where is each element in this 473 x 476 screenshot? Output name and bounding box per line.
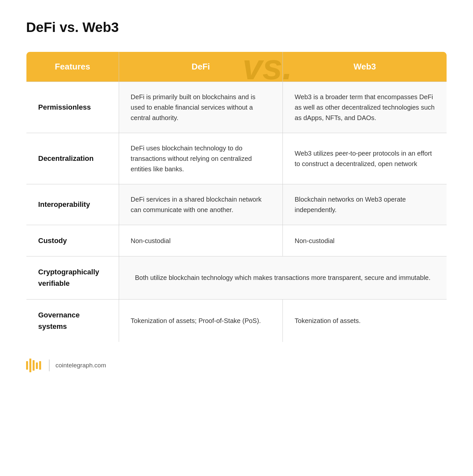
table-body: PermissionlessDeFi is primarily built on… bbox=[26, 82, 447, 342]
table-row: InteroperabilityDeFi services in a share… bbox=[26, 184, 447, 225]
footer: cointelegraph.com bbox=[26, 359, 447, 372]
cell-web3-interoperability: Blockchain networks on Web3 operate inde… bbox=[283, 184, 447, 225]
table-row: PermissionlessDeFi is primarily built on… bbox=[26, 82, 447, 133]
svg-rect-3 bbox=[36, 362, 38, 369]
cell-web3-permissionless: Web3 is a broader term that encompasses … bbox=[283, 82, 447, 133]
page-title: DeFi vs. Web3 bbox=[26, 20, 447, 35]
table-row: CustodyNon-custodialNon-custodial bbox=[26, 225, 447, 256]
cell-feature-custody: Custody bbox=[26, 225, 119, 256]
table-header-row: Features DeFi vs. Web3 bbox=[26, 52, 447, 82]
cell-merged-cryptographically-verifiable: Both utilize blockchain technology which… bbox=[119, 256, 447, 299]
table-row: Governance systemsTokenization of assets… bbox=[26, 299, 447, 342]
cell-feature-permissionless: Permissionless bbox=[26, 82, 119, 133]
header-features: Features bbox=[26, 52, 119, 82]
cell-feature-governance-systems: Governance systems bbox=[26, 299, 119, 342]
cell-defi-decentralization: DeFi uses blockchain technology to do tr… bbox=[119, 133, 283, 184]
cell-feature-cryptographically-verifiable: Cryptographically verifiable bbox=[26, 256, 119, 299]
table-row: DecentralizationDeFi uses blockchain tec… bbox=[26, 133, 447, 184]
footer-url: cointelegraph.com bbox=[55, 362, 106, 369]
cell-web3-governance-systems: Tokenization of assets. bbox=[283, 299, 447, 342]
svg-rect-1 bbox=[29, 359, 31, 372]
cell-web3-custody: Non-custodial bbox=[283, 225, 447, 256]
cell-defi-interoperability: DeFi services in a shared blockchain net… bbox=[119, 184, 283, 225]
comparison-table: Features DeFi vs. Web3 PermissionlessDeF… bbox=[26, 52, 447, 342]
cell-web3-decentralization: Web3 utilizes peer-to-peer protocols in … bbox=[283, 133, 447, 184]
cell-feature-decentralization: Decentralization bbox=[26, 133, 119, 184]
footer-divider bbox=[49, 360, 50, 371]
cell-feature-interoperability: Interoperability bbox=[26, 184, 119, 225]
cell-defi-custody: Non-custodial bbox=[119, 225, 283, 256]
cell-defi-permissionless: DeFi is primarily built on blockchains a… bbox=[119, 82, 283, 133]
cointelegraph-logo bbox=[26, 359, 43, 372]
svg-rect-4 bbox=[39, 361, 41, 370]
cell-defi-governance-systems: Tokenization of assets; Proof-of-Stake (… bbox=[119, 299, 283, 342]
header-defi: DeFi vs. bbox=[119, 52, 283, 82]
header-web3: Web3 bbox=[283, 52, 447, 82]
svg-rect-2 bbox=[33, 360, 35, 371]
table-row: Cryptographically verifiableBoth utilize… bbox=[26, 256, 447, 299]
svg-rect-0 bbox=[26, 361, 28, 370]
